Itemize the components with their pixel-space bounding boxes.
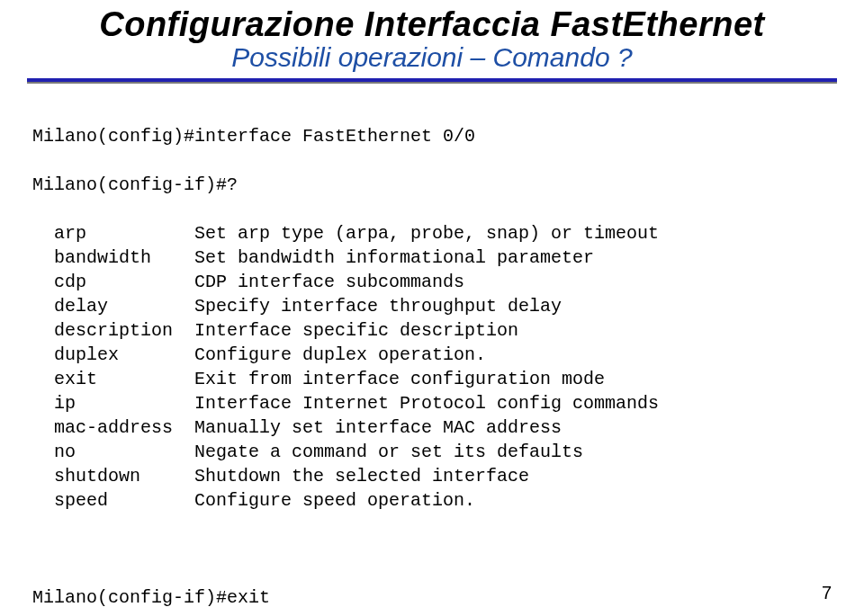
command-row: shutdown Shutdown the selected interface bbox=[32, 464, 837, 488]
command-row: cdp CDP interface subcommands bbox=[32, 270, 837, 294]
terminal-line: Milano(config-if)#exit bbox=[32, 585, 837, 610]
terminal-block: Milano(config)#interface FastEthernet 0/… bbox=[32, 100, 837, 616]
command-row: no Negate a command or set its defaults bbox=[32, 440, 837, 464]
command-row: arp Set arp type (arpa, probe, snap) or … bbox=[32, 221, 837, 246]
command-list: arp Set arp type (arpa, probe, snap) or … bbox=[32, 221, 837, 513]
command-row: duplex Configure duplex operation. bbox=[32, 343, 837, 367]
page-number: 7 bbox=[822, 583, 832, 603]
terminal-blank-line bbox=[32, 537, 837, 561]
terminal-line: Milano(config-if)#? bbox=[32, 173, 837, 197]
command-row: bandwidth Set bandwidth informational pa… bbox=[32, 246, 837, 270]
command-row: delay Specify interface throughput delay bbox=[32, 294, 837, 318]
slide-header: Configurazione Interfaccia FastEthernet … bbox=[27, 5, 837, 73]
command-row: exit Exit from interface configuration m… bbox=[32, 367, 837, 391]
horizontal-rule bbox=[27, 78, 837, 84]
command-row: mac-address Manually set interface MAC a… bbox=[32, 415, 837, 440]
command-row: description Interface specific descripti… bbox=[32, 318, 837, 343]
terminal-line: Milano(config)#interface FastEthernet 0/… bbox=[32, 124, 837, 148]
command-row: speed Configure speed operation. bbox=[32, 488, 837, 513]
command-row: ip Interface Internet Protocol config co… bbox=[32, 391, 837, 415]
slide-subtitle: Possibili operazioni – Comando ? bbox=[27, 42, 837, 73]
slide-title: Configurazione Interfaccia FastEthernet bbox=[27, 5, 837, 44]
